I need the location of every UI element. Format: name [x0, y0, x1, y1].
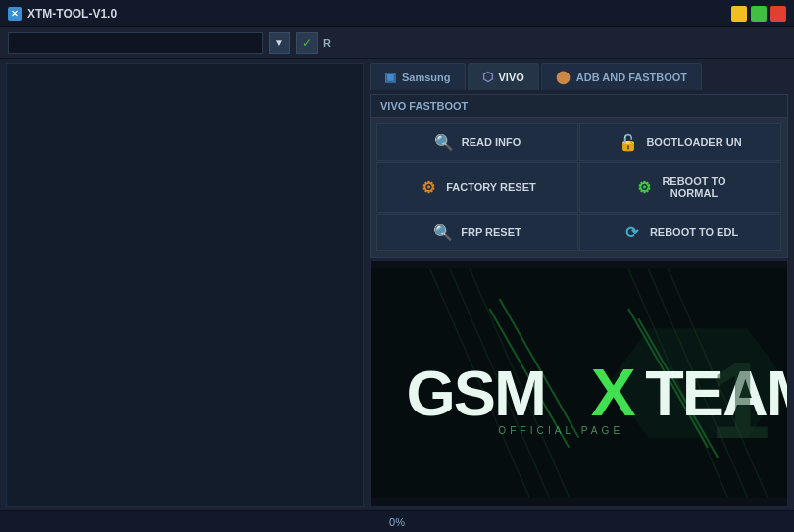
toolbar: ▼ ✓ R	[0, 27, 794, 59]
tab-bar: ▣ Samsung ⬡ VIVO ⬤ ADB AND FASTBOOT	[370, 63, 788, 90]
read-info-button[interactable]: 🔍READ INFO	[376, 123, 578, 161]
r-label: R	[323, 37, 331, 49]
close-button[interactable]	[770, 6, 786, 22]
samsung-icon: ▣	[384, 70, 396, 84]
fastboot-buttons: 🔍READ INFO🔓BOOTLOADER UN⚙FACTORY RESET⚙R…	[371, 118, 787, 257]
title-bar-left: ✕ XTM-TOOL-V1.0	[8, 7, 117, 21]
tab-vivo[interactable]: ⬡ VIVO	[468, 63, 539, 90]
main-content: ▣ Samsung ⬡ VIVO ⬤ ADB AND FASTBOOT VIVO…	[0, 59, 794, 510]
bootloader-un-button[interactable]: 🔓BOOTLOADER UN	[579, 123, 781, 161]
fastboot-header: VIVO FASTBOOT	[371, 95, 787, 118]
right-panel: ▣ Samsung ⬡ VIVO ⬤ ADB AND FASTBOOT VIVO…	[370, 63, 788, 507]
logo-svg: GSM X TEAM OFFICIAL PAGE 1	[371, 261, 787, 506]
log-panel	[6, 63, 364, 507]
svg-text:OFFICIAL PAGE: OFFICIAL PAGE	[498, 425, 623, 436]
read-info-icon: 🔍	[434, 133, 454, 152]
reboot-edl-label: REBOOT TO EDL	[650, 226, 738, 238]
tab-samsung-label: Samsung	[402, 72, 451, 83]
tab-adb-label: ADB AND FASTBOOT	[576, 72, 687, 83]
status-bar: 0%	[0, 510, 794, 532]
frp-reset-button[interactable]: 🔍FRP RESET	[376, 214, 578, 251]
factory-reset-button[interactable]: ⚙FACTORY RESET	[376, 162, 578, 213]
app-title: XTM-TOOL-V1.0	[27, 7, 117, 21]
svg-text:1: 1	[710, 339, 770, 461]
vivo-icon: ⬡	[482, 70, 493, 84]
tab-adb[interactable]: ⬤ ADB AND FASTBOOT	[541, 63, 702, 90]
svg-text:X: X	[591, 355, 636, 430]
reboot-normal-button[interactable]: ⚙REBOOT TO NORMAL	[579, 162, 781, 213]
title-bar: ✕ XTM-TOOL-V1.0	[0, 0, 794, 27]
logo-panel: GSM X TEAM OFFICIAL PAGE 1	[370, 260, 788, 507]
refresh-button[interactable]: ✓	[296, 32, 318, 54]
reboot-edl-icon: ⟳	[622, 223, 642, 242]
maximize-button[interactable]	[751, 6, 767, 22]
bootloader-un-icon: 🔓	[619, 133, 638, 152]
read-info-label: READ INFO	[462, 136, 521, 148]
factory-reset-label: FACTORY RESET	[446, 181, 535, 193]
reboot-edl-button[interactable]: ⟳REBOOT TO EDL	[579, 214, 781, 251]
port-dropdown-button[interactable]: ▼	[269, 32, 290, 54]
reboot-normal-icon: ⚙	[634, 178, 654, 197]
minimize-button[interactable]	[731, 6, 747, 22]
frp-reset-icon: 🔍	[433, 223, 453, 242]
fastboot-panel: VIVO FASTBOOT 🔍READ INFO🔓BOOTLOADER UN⚙F…	[370, 94, 788, 258]
adb-icon: ⬤	[556, 70, 571, 84]
frp-reset-label: FRP RESET	[461, 226, 521, 238]
tab-vivo-label: VIVO	[499, 72, 524, 83]
window-controls	[731, 6, 786, 22]
bootloader-un-label: BOOTLOADER UN	[646, 136, 741, 148]
factory-reset-icon: ⚙	[419, 178, 438, 197]
port-input[interactable]	[8, 32, 263, 54]
reboot-normal-label: REBOOT TO NORMAL	[662, 175, 725, 199]
app-icon: ✕	[8, 7, 22, 21]
tab-samsung[interactable]: ▣ Samsung	[370, 63, 466, 90]
progress-label: 0%	[389, 516, 405, 528]
svg-text:GSM: GSM	[406, 358, 544, 429]
